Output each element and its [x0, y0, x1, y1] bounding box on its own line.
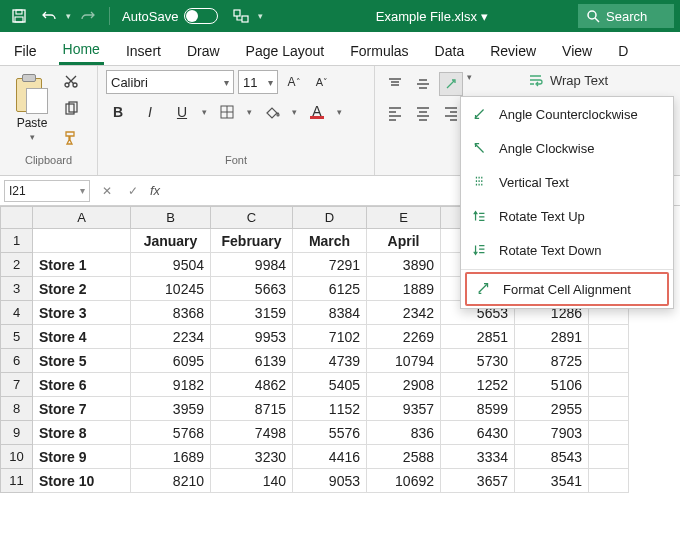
tab-view[interactable]: View	[558, 37, 596, 65]
align-center-icon[interactable]	[411, 102, 435, 126]
cell[interactable]: 9953	[211, 325, 293, 349]
cell[interactable]: 6139	[211, 349, 293, 373]
bold-button[interactable]: B	[106, 100, 130, 124]
cell[interactable]	[589, 397, 629, 421]
cell[interactable]: 5106	[515, 373, 589, 397]
cell[interactable]: 5768	[131, 421, 211, 445]
row-header-4[interactable]: 4	[1, 301, 33, 325]
cell[interactable]: 3959	[131, 397, 211, 421]
tab-review[interactable]: Review	[486, 37, 540, 65]
cell[interactable]: 1689	[131, 445, 211, 469]
cell[interactable]: 7291	[293, 253, 367, 277]
cell[interactable]: Store 7	[33, 397, 131, 421]
cell[interactable]: 8725	[515, 349, 589, 373]
cell[interactable]: Store 2	[33, 277, 131, 301]
decrease-font-icon[interactable]: A˅	[310, 70, 334, 94]
cell[interactable]: 2955	[515, 397, 589, 421]
cell[interactable]: Store 1	[33, 253, 131, 277]
tab-d[interactable]: D	[614, 37, 632, 65]
cell[interactable]	[589, 349, 629, 373]
row-header-6[interactable]: 6	[1, 349, 33, 373]
cell[interactable]: 2269	[367, 325, 441, 349]
tab-draw[interactable]: Draw	[183, 37, 224, 65]
toggle-off-icon[interactable]	[184, 8, 218, 24]
chevron-down-icon[interactable]: ▾	[467, 72, 472, 96]
cell[interactable]: April	[367, 229, 441, 253]
cell[interactable]: 2908	[367, 373, 441, 397]
cell[interactable]: 7498	[211, 421, 293, 445]
col-header-A[interactable]: A	[33, 207, 131, 229]
menu-item-angle-clockwise[interactable]: Angle Clockwise	[461, 131, 673, 165]
tab-page-layout[interactable]: Page Layout	[242, 37, 329, 65]
cell[interactable]: 8210	[131, 469, 211, 493]
autosave-toggle[interactable]: AutoSave	[122, 8, 224, 24]
cell[interactable]: 3334	[441, 445, 515, 469]
cell[interactable]: 9984	[211, 253, 293, 277]
copy-icon[interactable]	[60, 98, 82, 120]
cancel-formula-icon[interactable]: ✕	[94, 180, 120, 202]
fx-icon[interactable]: fx	[146, 183, 164, 198]
cell[interactable]: 10245	[131, 277, 211, 301]
cell[interactable]: 8368	[131, 301, 211, 325]
row-header-9[interactable]: 9	[1, 421, 33, 445]
cell[interactable]	[589, 325, 629, 349]
row-header-10[interactable]: 10	[1, 445, 33, 469]
search-box[interactable]: Search	[578, 4, 674, 28]
cell[interactable]: 4739	[293, 349, 367, 373]
font-color-icon[interactable]: A	[305, 100, 329, 124]
align-top-icon[interactable]	[383, 72, 407, 96]
row-header-8[interactable]: 8	[1, 397, 33, 421]
menu-item-format-cell-alignment[interactable]: Format Cell Alignment	[465, 272, 669, 306]
cell[interactable]: 6430	[441, 421, 515, 445]
cell[interactable]: January	[131, 229, 211, 253]
cell[interactable]: 9357	[367, 397, 441, 421]
cell[interactable]: 4416	[293, 445, 367, 469]
cell[interactable]: 9182	[131, 373, 211, 397]
cell[interactable]: 1152	[293, 397, 367, 421]
row-header-3[interactable]: 3	[1, 277, 33, 301]
col-header-E[interactable]: E	[367, 207, 441, 229]
wrap-text-button[interactable]: Wrap Text	[528, 72, 608, 88]
accessibility-icon[interactable]	[228, 3, 254, 29]
cell[interactable]: 8543	[515, 445, 589, 469]
menu-item-rotate-text-down[interactable]: Rotate Text Down	[461, 233, 673, 267]
cell[interactable]: Store 4	[33, 325, 131, 349]
cell[interactable]: 2234	[131, 325, 211, 349]
cell[interactable]: 3159	[211, 301, 293, 325]
undo-more-icon[interactable]: ▾	[66, 11, 71, 21]
cell[interactable]: 8384	[293, 301, 367, 325]
cell[interactable]: 8715	[211, 397, 293, 421]
chevron-down-icon[interactable]: ▾	[30, 132, 35, 142]
tab-insert[interactable]: Insert	[122, 37, 165, 65]
orientation-button[interactable]	[439, 72, 463, 96]
row-header-5[interactable]: 5	[1, 325, 33, 349]
row-header-2[interactable]: 2	[1, 253, 33, 277]
row-header-1[interactable]: 1	[1, 229, 33, 253]
cell[interactable]	[589, 373, 629, 397]
cell[interactable]: 10692	[367, 469, 441, 493]
cell[interactable]: 4862	[211, 373, 293, 397]
underline-button[interactable]: U	[170, 100, 194, 124]
qat-more-icon[interactable]: ▾	[258, 11, 263, 21]
cell[interactable]: 10794	[367, 349, 441, 373]
cell[interactable]: Store 3	[33, 301, 131, 325]
cell[interactable]: 5405	[293, 373, 367, 397]
col-header-D[interactable]: D	[293, 207, 367, 229]
undo-icon[interactable]	[36, 3, 62, 29]
tab-home[interactable]: Home	[59, 35, 104, 65]
cell[interactable]: 2891	[515, 325, 589, 349]
cell[interactable]: 836	[367, 421, 441, 445]
cell[interactable]: Store 6	[33, 373, 131, 397]
format-painter-icon[interactable]	[60, 126, 82, 148]
col-header-B[interactable]: B	[131, 207, 211, 229]
cell[interactable]: 3890	[367, 253, 441, 277]
cell[interactable]: 2851	[441, 325, 515, 349]
cell[interactable]	[589, 421, 629, 445]
menu-item-rotate-text-up[interactable]: Rotate Text Up	[461, 199, 673, 233]
paste-button[interactable]: Paste ▾	[8, 70, 56, 142]
tab-formulas[interactable]: Formulas	[346, 37, 412, 65]
cell[interactable]: Store 8	[33, 421, 131, 445]
tab-file[interactable]: File	[10, 37, 41, 65]
cell[interactable]: 1252	[441, 373, 515, 397]
italic-button[interactable]: I	[138, 100, 162, 124]
